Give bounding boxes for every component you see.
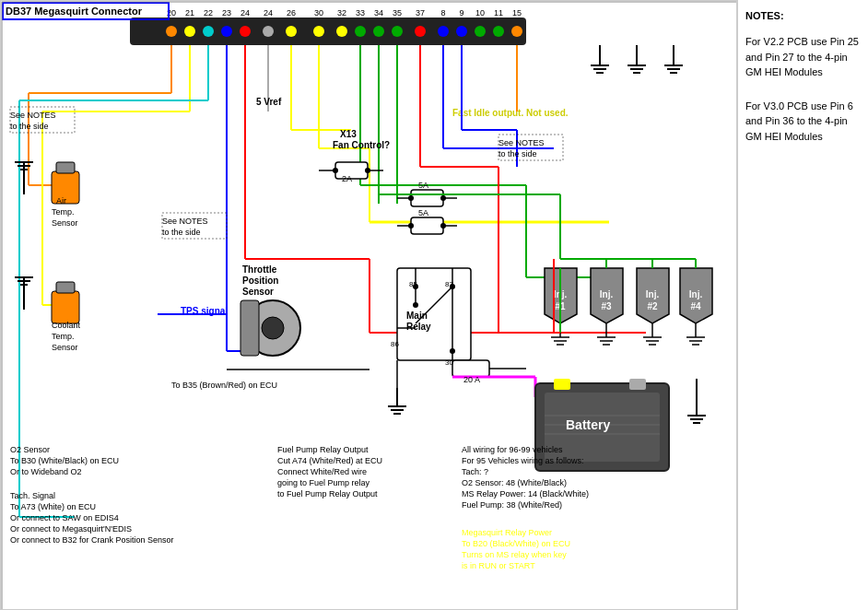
wiring-diagram: 8 9 10 11 15 20 21 22 23 24 24 26 30 32 … xyxy=(0,0,737,610)
pin-24 xyxy=(240,26,251,37)
fuse-5a-1-label: 5A xyxy=(418,181,428,190)
all-wiring-4: O2 Sensor: 48 (White/Black) xyxy=(462,478,567,487)
fuel-pump-4: going to Fuel Pump relay xyxy=(277,478,370,487)
svg-point-72 xyxy=(333,168,338,173)
svg-point-76 xyxy=(408,195,414,201)
pin-label-37: 37 xyxy=(416,8,425,18)
relay-pin-85: 85 xyxy=(409,280,417,288)
b35-label: To B35 (Brown/Red) on ECU xyxy=(171,381,277,390)
megasquirt-relay-2: To B20 (Black/White) on ECU xyxy=(462,539,570,548)
x13-label-1: X13 xyxy=(340,129,357,139)
pin-8 xyxy=(438,26,449,37)
tach-signal-2: To A73 (White) on ECU xyxy=(10,502,96,511)
pin-21 xyxy=(184,26,195,37)
tach-signal-4: Or connect to Megasquirt'N'EDIS xyxy=(10,524,132,534)
svg-point-81 xyxy=(440,223,446,229)
tach-signal-3: Or connect to SAW on EDIS4 xyxy=(10,513,119,522)
fuse-20a-label: 20 A xyxy=(463,375,480,384)
relay-pin-87: 87 xyxy=(445,280,453,288)
notes-v22: For V2.2 PCB use Pin 25 and Pin 27 to th… xyxy=(745,34,861,80)
pin-label-26: 26 xyxy=(287,8,296,18)
fuel-pump-1: Fuel Pump Relay Output xyxy=(277,445,369,454)
fast-idle-label: Fast Idle output. Not used. xyxy=(452,108,569,118)
svg-rect-66 xyxy=(56,162,75,173)
all-wiring-6: Fuel Pump: 38 (White/Red) xyxy=(462,500,562,510)
relay-pin-86: 86 xyxy=(391,340,399,348)
pin-label-8: 8 xyxy=(440,8,445,18)
throttle-pos-2: Position xyxy=(242,276,278,286)
pin-34 xyxy=(373,26,384,37)
o2-sensor-1: O2 Sensor xyxy=(10,445,50,454)
svg-rect-99 xyxy=(629,379,646,390)
pin-11 xyxy=(493,26,504,37)
coolant-temp-sensor-body xyxy=(52,291,79,323)
coolant-temp-3: Sensor xyxy=(52,343,78,352)
main-relay-1: Main xyxy=(406,311,428,321)
notes-title: NOTES: xyxy=(745,9,861,23)
fuse-5a-2 xyxy=(411,217,443,234)
pin-label-9: 9 xyxy=(459,8,463,18)
pin-label-23: 23 xyxy=(222,8,231,18)
pin-25 xyxy=(263,26,274,37)
svg-rect-98 xyxy=(554,379,570,390)
see-notes-left-1: See NOTES xyxy=(10,111,56,120)
pin-label-15: 15 xyxy=(512,8,522,18)
pin-23 xyxy=(221,26,232,37)
pin-label-30: 30 xyxy=(314,8,323,18)
pin-30 xyxy=(313,26,324,37)
pin-label-21: 21 xyxy=(185,8,194,18)
pin-37 xyxy=(415,26,426,37)
pin-label-35: 35 xyxy=(393,8,402,18)
all-wiring-1: All wiring for 96-99 vehicles xyxy=(462,445,563,454)
svg-point-77 xyxy=(440,195,446,201)
pin-label-10: 10 xyxy=(475,8,485,18)
notes-panel: NOTES: For V2.2 PCB use Pin 25 and Pin 2… xyxy=(737,0,868,610)
see-notes-mid-1: See NOTES xyxy=(162,217,208,226)
coolant-temp-2: Temp. xyxy=(52,332,75,341)
megasquirt-relay-3: Turns on MS relay when key xyxy=(462,550,567,559)
pin-32 xyxy=(336,26,347,37)
pin-20 xyxy=(166,26,177,37)
vref-label: 5 Vref xyxy=(256,97,282,107)
pin-label-32: 32 xyxy=(337,8,346,18)
all-wiring-5: MS Relay Power: 14 (Black/White) xyxy=(462,489,589,499)
megasquirt-relay-4: is in RUN or START xyxy=(462,561,535,570)
pin-35 xyxy=(392,26,403,37)
pin-9 xyxy=(456,26,467,37)
inj3-num: #3 xyxy=(601,301,612,311)
fuse-2a-label: 2A xyxy=(342,174,352,183)
svg-rect-69 xyxy=(240,300,259,356)
inj2-num: #2 xyxy=(647,301,658,311)
tps-signal-label: TPS signal xyxy=(181,306,228,316)
air-temp-3: Sensor xyxy=(52,218,78,228)
fuse-5a-1 xyxy=(411,190,443,206)
relay-pin-30: 30 xyxy=(445,358,453,367)
see-notes-right-1: See NOTES xyxy=(499,138,545,147)
svg-rect-67 xyxy=(56,282,75,293)
tach-signal-5: Or connect to B32 for Crank Position Sen… xyxy=(10,535,174,545)
pin-label-11: 11 xyxy=(494,8,503,18)
coolant-temp-1: Coolant xyxy=(52,321,81,330)
pin-label-22: 22 xyxy=(204,8,213,18)
pin-33 xyxy=(355,26,366,37)
battery-label: Battery xyxy=(566,417,610,432)
pin-label-25: 24 xyxy=(264,8,273,18)
diagram-svg: 8 9 10 11 15 20 21 22 23 24 24 26 30 32 … xyxy=(1,1,737,610)
svg-point-68 xyxy=(262,317,284,339)
air-temp-2: Temp. xyxy=(52,207,75,217)
all-wiring-2: For 95 Vehicles wiring as follows: xyxy=(462,456,584,465)
fuel-pump-2: Cut A74 (White/Red) at ECU xyxy=(277,456,382,465)
pin-label-33: 33 xyxy=(356,8,365,18)
svg-point-84 xyxy=(413,302,418,308)
inj4-label: Inj. xyxy=(689,289,703,299)
inj4-num: #4 xyxy=(690,301,701,311)
svg-point-80 xyxy=(408,223,414,229)
o2-sensor-3: Or to Wideband O2 xyxy=(10,467,82,476)
tach-signal-1: Tach. Signal xyxy=(10,491,55,500)
megasquirt-relay-1: Megasquirt Relay Power xyxy=(462,528,552,537)
notes-v30: For V3.0 PCB use Pin 6 and Pin 36 to the… xyxy=(745,99,861,145)
throttle-pos-3: Sensor xyxy=(242,287,274,297)
pin-15 xyxy=(511,26,522,37)
diagram-title: DB37 Megasquirt Connector xyxy=(6,6,143,17)
fuel-pump-3: Connect White/Red wire xyxy=(277,467,367,476)
